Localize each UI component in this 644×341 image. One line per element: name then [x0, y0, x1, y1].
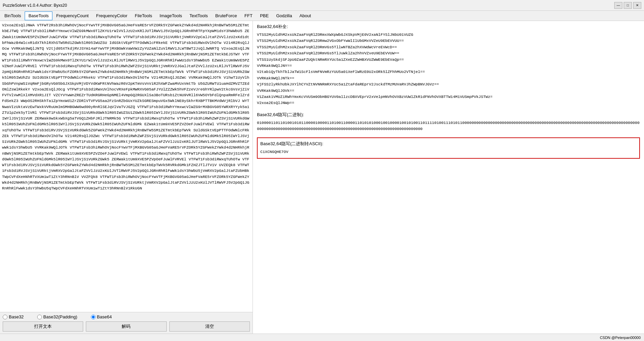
- right-panel: Base32,64补全: VTSS2MyUldhM2xsUkZaaFVqRlZO…: [253, 21, 644, 334]
- menu-item-fft[interactable]: FFT: [241, 11, 256, 20]
- button-group: 打开文本 解码 清空: [3, 321, 250, 332]
- radio-base32padding-input[interactable]: [37, 315, 42, 319]
- menu-item-bintools[interactable]: BinTools: [1, 11, 25, 20]
- menu-item-frequencycount[interactable]: FrequencyCount: [52, 11, 92, 20]
- radio-base32padding-label: Base32(Padding): [43, 314, 77, 319]
- decode-button[interactable]: 解码: [86, 321, 166, 332]
- menu-item-frequencycolor[interactable]: FrequencyColor: [92, 11, 131, 20]
- menu-item-about[interactable]: About: [296, 11, 315, 20]
- main-content: V2xoa2EsQlJNWA VTFWT2Rsb3hiRWhOVjNocFYwV…: [0, 21, 644, 334]
- radio-base32[interactable]: Base32: [3, 314, 24, 319]
- menu-item-godzilla[interactable]: Godzilla: [272, 11, 296, 20]
- radio-base64-input[interactable]: [91, 315, 96, 319]
- result-section-3-highlighted: Base32,64隐写(二进制转ASCII): CiXCNGQHE7OV: [257, 137, 640, 158]
- result-text-1: VTSS2MyUldhM2xsUkZaaFVqRlZORmxXWXpWbGJXS…: [257, 32, 640, 106]
- menu-item-pbe[interactable]: PBE: [256, 11, 272, 20]
- clear-button[interactable]: 清空: [169, 321, 250, 332]
- result-text-2: 0100001101101001010110000100001101001100…: [257, 120, 640, 132]
- result-label-3: Base32,64隐写(二进制转ASCII):: [260, 141, 637, 147]
- result-section-1: Base32,64补全: VTSS2MyUldhM2xsUkZaaFVqRlZO…: [257, 24, 640, 106]
- app-title: PuzzleSolver v1.0.4 Author: Byxs20: [3, 3, 67, 8]
- title-bar: PuzzleSolver v1.0.4 Author: Byxs20 — □ ✕: [0, 0, 644, 11]
- close-button[interactable]: ✕: [633, 2, 641, 9]
- radio-base64-label: Base64: [97, 314, 112, 319]
- bottom-controls: Base32 Base32(Padding) Base64 打开文本 解码 清空: [0, 312, 253, 334]
- left-panel: V2xoa2EsQlJNWA VTFWT2Rsb3hiRWhOVjNocFYwV…: [0, 21, 253, 334]
- encoding-radio-group: Base32 Base32(Padding) Base64: [3, 314, 250, 319]
- menu-item-bruteforce[interactable]: BruteForce: [212, 11, 241, 20]
- result-section-2: Base32,64隐写(二进制): 0100001101101001010110…: [257, 112, 640, 132]
- maximize-button[interactable]: □: [624, 2, 632, 9]
- title-bar-left: PuzzleSolver v1.0.4 Author: Byxs20: [3, 3, 67, 8]
- menu-item-texttools[interactable]: TextTools: [186, 11, 212, 20]
- radio-base32padding[interactable]: Base32(Padding): [37, 314, 77, 319]
- radio-base64[interactable]: Base64: [91, 314, 112, 319]
- menu-item-basetools[interactable]: BaseTools: [25, 11, 52, 20]
- radio-base32-input[interactable]: [3, 315, 7, 319]
- menu-bar: BinToolsBaseToolsFrequencyCountFrequency…: [0, 11, 644, 21]
- status-text: CSDN @Peterpan00000: [600, 336, 641, 340]
- title-bar-controls: — □ ✕: [614, 2, 641, 9]
- menu-item-filetools[interactable]: FileTools: [131, 11, 156, 20]
- result-label-1: Base32,64补全:: [257, 24, 640, 30]
- open-file-button[interactable]: 打开文本: [3, 321, 83, 332]
- radio-base32-label: Base32: [9, 314, 24, 319]
- minimize-button[interactable]: —: [614, 2, 622, 9]
- menu-item-imagetools[interactable]: ImageTools: [156, 11, 186, 20]
- result-label-2: Base32,64隐写(二进制):: [257, 112, 640, 118]
- status-bar: CSDN @Peterpan00000: [0, 334, 644, 341]
- result-text-3: CiXCNGQHE7OV: [260, 149, 637, 155]
- input-text-display[interactable]: V2xoa2EsQlJNWA VTFWT2Rsb3hiRWhOVjNocFYwV…: [0, 21, 253, 312]
